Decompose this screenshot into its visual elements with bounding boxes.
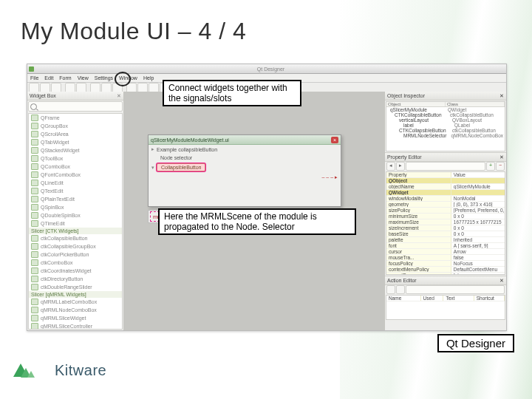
slide-title: My Module UI – 4 / 4: [21, 18, 246, 45]
kitware-logo: Kitware: [13, 362, 106, 379]
window-titlebar: Qt Designer: [27, 64, 506, 74]
property-row[interactable]: objectNameqSlicerMyModule: [386, 184, 505, 190]
panel-close-icon[interactable]: ✕: [499, 278, 504, 284]
search-icon: [30, 103, 37, 110]
form-title: qSlicerMyModuleModuleWidget.ui: [151, 137, 229, 143]
widget-box-panel: Widget Box✕ QFrameQGroupBoxQScrollAreaQT…: [27, 92, 124, 330]
widget-item[interactable]: ctkDirectoryButton: [29, 275, 122, 283]
prop-back[interactable]: ◂: [386, 162, 395, 171]
form-window[interactable]: qSlicerMyModuleModuleWidget.ui× ▸Example…: [148, 134, 341, 207]
menu-view[interactable]: View: [78, 75, 89, 81]
widget-item[interactable]: QStackedWidget: [29, 146, 122, 154]
property-row[interactable]: sizePolicy[Preferred, Preferred, 0, 0]: [386, 208, 505, 214]
panel-close-icon[interactable]: ✕: [117, 93, 121, 99]
property-row[interactable]: sizeIncrement0 x 0: [386, 225, 505, 231]
widget-item[interactable]: QFontComboBox: [29, 171, 122, 179]
property-row[interactable]: geometry[ (0, 0), 373 x 416]: [386, 202, 505, 208]
action-new[interactable]: [386, 285, 395, 294]
node-selector-label: Node selector: [160, 155, 192, 160]
toolbar-highlight-circle: [115, 72, 131, 86]
property-row[interactable]: windowModalityNonModal: [386, 196, 505, 202]
property-row[interactable]: cursorArrow: [386, 249, 505, 255]
widget-item[interactable]: qMRMLSliceWidget: [29, 314, 122, 322]
menu-form[interactable]: Form: [59, 75, 71, 81]
action-del[interactable]: [396, 285, 405, 294]
footer-label: Qt Designer: [437, 334, 514, 352]
prop-fwd[interactable]: ▸: [396, 162, 405, 171]
property-row[interactable]: fontA [ sans-serif, 9]: [386, 243, 505, 249]
property-row[interactable]: minimumSize0 x 0: [386, 214, 505, 219]
property-row[interactable]: maximumSize16777215 x 16777215: [386, 219, 505, 225]
widget-item[interactable]: ctkCollapsibleButton: [29, 234, 122, 242]
callout-signals-slots: Connect widgets together with the signal…: [163, 80, 301, 106]
object-inspector: Object Inspector✕ ObjectClassqSlicerMyMo…: [385, 92, 506, 153]
tree-row[interactable]: qSlicerMyModuleQWidget: [386, 107, 505, 112]
widget-box-list[interactable]: QFrameQGroupBoxQScrollAreaQTabWidgetQSta…: [28, 113, 123, 330]
widget-item[interactable]: QSpinBox: [29, 203, 122, 211]
prop-add[interactable]: +: [486, 162, 495, 171]
widget-group[interactable]: Slicer [CTK Widgets]: [29, 228, 122, 234]
property-row[interactable]: QWidget: [386, 190, 505, 196]
property-editor: Property Editor✕ ◂ ▸ + − PropertyValueQO…: [385, 153, 506, 276]
widget-item[interactable]: ctkColorPickerButton: [29, 250, 122, 259]
tree-row[interactable]: CTKCollapsibleButtonctkCollapsibleButton: [386, 112, 505, 117]
property-row[interactable]: paletteInherited: [386, 237, 505, 243]
widget-box-title: Widget Box: [30, 93, 56, 98]
property-row[interactable]: baseSize0 x 0: [386, 231, 505, 237]
panel-close-icon[interactable]: ✕: [499, 93, 504, 99]
action-filter[interactable]: [406, 285, 505, 294]
window-title-text: Qt Designer: [257, 66, 284, 72]
property-row[interactable]: focusPolicyNoFocus: [386, 261, 505, 267]
widget-item[interactable]: QLineEdit: [29, 179, 122, 187]
panel-close-icon[interactable]: ✕: [499, 154, 504, 160]
menu-help[interactable]: Help: [143, 75, 154, 81]
tree-row[interactable]: CTKCollapsibleButtonctkCollapsibleButton: [386, 128, 505, 133]
collapsible-example[interactable]: Example collapsibleButton: [157, 147, 217, 152]
object-tree[interactable]: ObjectClassqSlicerMyModuleQWidgetCTKColl…: [386, 101, 505, 151]
collapsible-button[interactable]: CollapsibleButton: [157, 163, 205, 171]
menu-settings[interactable]: Settings: [95, 75, 113, 81]
tree-row[interactable]: labelQLabel: [386, 123, 505, 128]
menu-file[interactable]: File: [30, 75, 38, 81]
action-table[interactable]: NameUsedTextShortcut: [386, 295, 505, 320]
widget-item[interactable]: QTextEdit: [29, 187, 122, 195]
widget-item[interactable]: ctkCollapsibleGroupBox: [29, 242, 122, 250]
prop-remove[interactable]: −: [496, 162, 505, 171]
widget-item[interactable]: QToolBox: [29, 154, 122, 163]
widget-item[interactable]: qMRMLLabelComboBox: [29, 298, 122, 306]
menu-edit[interactable]: Edit: [44, 75, 53, 81]
action-editor: Action Editor✕ NameUsedTextShortcut: [385, 276, 506, 321]
widget-item[interactable]: QPlainTextEdit: [29, 195, 122, 203]
tree-row[interactable]: verticalLayoutQVBoxLayout: [386, 117, 505, 123]
tree-row[interactable]: MRMLNodeSelectorqMRMLNodeComboBox: [386, 133, 505, 138]
widget-item[interactable]: qMRMLSliceController: [29, 322, 122, 330]
widget-item[interactable]: QComboBox: [29, 163, 122, 171]
property-row[interactable]: PropertyValue: [386, 172, 505, 178]
widget-item[interactable]: QTabWidget: [29, 138, 122, 146]
widget-item[interactable]: QScrollArea: [29, 130, 122, 138]
widget-item[interactable]: qMRMLNodeComboBox: [29, 306, 122, 314]
widget-group[interactable]: Slicer [qMRML Widgets]: [29, 291, 122, 298]
widget-item[interactable]: ctkDoubleRangeSlider: [29, 283, 122, 291]
widget-item[interactable]: QFrame: [29, 114, 122, 122]
app-icon: [29, 66, 34, 72]
widget-filter[interactable]: [28, 101, 123, 112]
widget-item[interactable]: QTimeEdit: [29, 219, 122, 228]
callout-mrmlscene: Here the MRMLScene of the module is prop…: [158, 208, 356, 235]
property-row[interactable]: mouseTra...false: [386, 255, 505, 261]
property-row[interactable]: contextMenuPolicyDefaultContextMenu: [386, 267, 505, 273]
property-row[interactable]: QObject: [386, 178, 505, 184]
widget-item[interactable]: ctkCoordinatesWidget: [29, 267, 122, 275]
property-table[interactable]: PropertyValueQObjectobjectNameqSlicerMyM…: [386, 171, 505, 275]
prop-filter[interactable]: [406, 162, 485, 171]
widget-item[interactable]: QGroupBox: [29, 122, 122, 130]
form-close-icon[interactable]: ×: [331, 137, 338, 143]
property-row[interactable]: acceptDropsfalse: [386, 273, 505, 275]
widget-item[interactable]: QDoubleSpinBox: [29, 211, 122, 219]
widget-item[interactable]: ctkComboBox: [29, 259, 122, 267]
